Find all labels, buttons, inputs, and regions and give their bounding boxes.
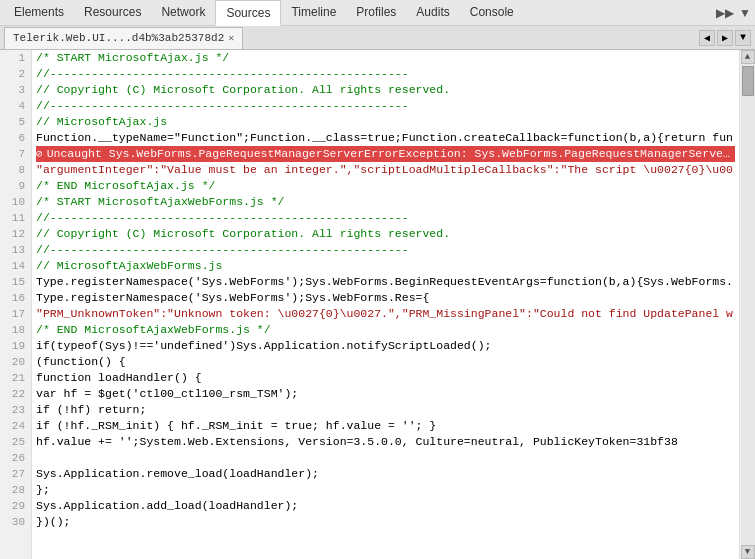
line-number-2: 2 — [6, 66, 25, 82]
line-number-1: 1 — [6, 50, 25, 66]
tab-nav-left[interactable]: ◀ — [699, 30, 715, 46]
line-number-9: 9 — [6, 178, 25, 194]
code-line-15: Type.registerNamespace('Sys.WebForms');S… — [36, 274, 735, 290]
scroll-up-btn[interactable]: ▲ — [741, 50, 755, 64]
code-line-24: if (!hf._RSM_init) { hf._RSM_init = true… — [36, 418, 735, 434]
code-line-17: "PRM_UnknownToken":"Unknown token: \u002… — [36, 306, 735, 322]
line-number-4: 4 — [6, 98, 25, 114]
code-line-4: //--------------------------------------… — [36, 98, 735, 114]
line-number-26: 26 — [6, 450, 25, 466]
code-line-20: (function() { — [36, 354, 735, 370]
code-line-7: ⊘Uncaught Sys.WebForms.PageRequestManage… — [36, 146, 735, 162]
line-number-7: 7 — [6, 146, 25, 162]
line-numbers: 1234567891011121314151617181920212223242… — [0, 50, 32, 559]
line-number-21: 21 — [6, 370, 25, 386]
line-number-3: 3 — [6, 82, 25, 98]
nav-tab-elements[interactable]: Elements — [4, 0, 74, 25]
code-line-19: if(typeof(Sys)!=='undefined')Sys.Applica… — [36, 338, 735, 354]
code-line-14: // MicrosoftAjaxWebForms.js — [36, 258, 735, 274]
line-number-20: 20 — [6, 354, 25, 370]
code-line-3: // Copyright (C) Microsoft Corporation. … — [36, 82, 735, 98]
right-scrollbar: ▲ ▼ — [739, 50, 755, 559]
error-icon: ⊘ — [36, 148, 43, 160]
file-tab-name: Telerik.Web.UI....d4b%3ab25378d2 — [13, 32, 224, 44]
line-number-5: 5 — [6, 114, 25, 130]
line-number-27: 27 — [6, 466, 25, 482]
line-number-30: 30 — [6, 514, 25, 530]
code-line-29: Sys.Application.add_load(loadHandler); — [36, 498, 735, 514]
line-number-29: 29 — [6, 498, 25, 514]
nav-tab-sources[interactable]: Sources — [215, 0, 281, 26]
line-number-16: 16 — [6, 290, 25, 306]
code-line-16: Type.registerNamespace('Sys.WebForms');S… — [36, 290, 735, 306]
line-number-25: 25 — [6, 434, 25, 450]
code-line-27: Sys.Application.remove_load(loadHandler)… — [36, 466, 735, 482]
code-line-30: })(); — [36, 514, 735, 530]
tab-nav-right[interactable]: ▶ — [717, 30, 733, 46]
code-line-8: "argumentInteger":"Value must be an inte… — [36, 162, 735, 178]
line-number-11: 11 — [6, 210, 25, 226]
code-line-21: function loadHandler() { — [36, 370, 735, 386]
nav-tab-console[interactable]: Console — [460, 0, 524, 25]
nav-extras: ▶▶ ▼ — [715, 1, 755, 25]
line-number-22: 22 — [6, 386, 25, 402]
code-line-23: if (!hf) return; — [36, 402, 735, 418]
line-number-23: 23 — [6, 402, 25, 418]
line-number-6: 6 — [6, 130, 25, 146]
line-number-24: 24 — [6, 418, 25, 434]
code-lines: /* START MicrosoftAjax.js *///----------… — [32, 50, 739, 530]
code-content[interactable]: /* START MicrosoftAjax.js *///----------… — [32, 50, 739, 559]
code-line-5: // MicrosoftAjax.js — [36, 114, 735, 130]
code-line-2: //--------------------------------------… — [36, 66, 735, 82]
nav-extra-btn2[interactable]: ▼ — [735, 1, 755, 25]
code-line-1: /* START MicrosoftAjax.js */ — [36, 50, 735, 66]
code-line-25: hf.value += '';System.Web.Extensions, Ve… — [36, 434, 735, 450]
nav-tab-network[interactable]: Network — [151, 0, 215, 25]
code-line-6: Function.__typeName="Function";Function.… — [36, 130, 735, 146]
code-line-22: var hf = $get('ctl00_ctl100_rsm_TSM'); — [36, 386, 735, 402]
nav-tabs: ElementsResourcesNetworkSourcesTimelineP… — [4, 0, 524, 25]
line-number-28: 28 — [6, 482, 25, 498]
line-number-15: 15 — [6, 274, 25, 290]
code-line-18: /* END MicrosoftAjaxWebForms.js */ — [36, 322, 735, 338]
code-line-28: }; — [36, 482, 735, 498]
nav-tab-profiles[interactable]: Profiles — [346, 0, 406, 25]
code-line-9: /* END MicrosoftAjax.js */ — [36, 178, 735, 194]
tab-nav-down[interactable]: ▼ — [735, 30, 751, 46]
code-line-12: // Copyright (C) Microsoft Corporation. … — [36, 226, 735, 242]
nav-tab-timeline[interactable]: Timeline — [281, 0, 346, 25]
nav-tab-resources[interactable]: Resources — [74, 0, 151, 25]
line-number-19: 19 — [6, 338, 25, 354]
scroll-down-btn[interactable]: ▼ — [741, 545, 755, 559]
line-number-8: 8 — [6, 162, 25, 178]
line-number-13: 13 — [6, 242, 25, 258]
nav-tab-audits[interactable]: Audits — [406, 0, 459, 25]
file-tab-active[interactable]: Telerik.Web.UI....d4b%3ab25378d2 ✕ — [4, 27, 243, 49]
line-number-12: 12 — [6, 226, 25, 242]
code-line-11: //--------------------------------------… — [36, 210, 735, 226]
nav-bar: ElementsResourcesNetworkSourcesTimelineP… — [0, 0, 755, 26]
code-line-26 — [36, 450, 735, 466]
scroll-track[interactable] — [741, 64, 755, 545]
code-container: 1234567891011121314151617181920212223242… — [0, 50, 755, 559]
code-line-13: //--------------------------------------… — [36, 242, 735, 258]
line-number-10: 10 — [6, 194, 25, 210]
code-line-10: /* START MicrosoftAjaxWebForms.js */ — [36, 194, 735, 210]
file-tab-bar: Telerik.Web.UI....d4b%3ab25378d2 ✕ ◀ ▶ ▼ — [0, 26, 755, 50]
scroll-thumb[interactable] — [742, 66, 754, 96]
file-tab-close[interactable]: ✕ — [228, 32, 234, 44]
line-number-17: 17 — [6, 306, 25, 322]
nav-extra-btn1[interactable]: ▶▶ — [715, 1, 735, 25]
line-number-14: 14 — [6, 258, 25, 274]
line-number-18: 18 — [6, 322, 25, 338]
